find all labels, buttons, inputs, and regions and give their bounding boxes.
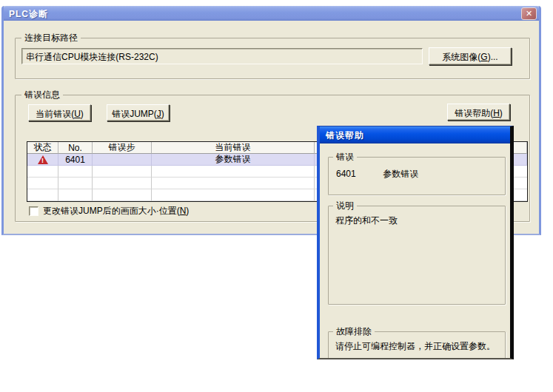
warning-exclamation: ! — [38, 156, 48, 166]
error-info-group-label: 错误信息 — [21, 89, 63, 101]
cell-status: ! — [27, 154, 58, 166]
system-image-button-label: 系统图像( — [442, 52, 480, 62]
cell-empty — [58, 178, 93, 189]
connection-path-field: 串行通信CPU模块连接(RS-232C) — [21, 48, 423, 64]
help-troubleshoot-group-label: 故障排除 — [333, 326, 375, 337]
cell-error-step — [93, 154, 152, 166]
error-jump-button[interactable]: 错误JUMP(J) — [107, 104, 170, 121]
help-error-code: 6401 — [336, 169, 381, 179]
error-jump-button-suffix: ) — [161, 109, 164, 119]
cell-empty — [152, 178, 315, 189]
header-status: 状态 — [27, 142, 58, 154]
error-help-button-key: H — [493, 108, 500, 118]
window-title: PLC诊断 — [4, 6, 48, 21]
error-help-window: 错误帮助 错误 6401 参数错误 说明 程序的和不一致 故障排除 请停止可编程… — [317, 126, 514, 359]
connection-path-group: 连接目标路径 串行通信CPU模块连接(RS-232C) 系统图像(G)... — [15, 38, 530, 79]
help-error-name: 参数错误 — [383, 169, 418, 179]
help-description-group: 说明 程序的和不一致 — [328, 206, 506, 305]
main-title-bar: PLC诊断 ✕ — [4, 6, 539, 21]
cell-empty — [93, 189, 152, 201]
close-icon: ✕ — [526, 9, 532, 18]
error-help-button-suffix: ) — [500, 108, 503, 118]
current-error-button-suffix: ) — [81, 109, 84, 119]
current-error-button-key: U — [74, 109, 81, 119]
connection-path-group-label: 连接目标路径 — [21, 33, 81, 44]
warning-triangle-icon: ! — [38, 155, 48, 164]
cell-empty — [58, 166, 93, 178]
current-error-button[interactable]: 当前错误(U) — [28, 104, 91, 121]
help-title-bar: 错误帮助 — [320, 126, 510, 143]
header-error-step: 错误步 — [93, 142, 152, 154]
checkbox-label-suffix: ) — [186, 206, 189, 216]
resize-after-jump-checkbox[interactable] — [29, 206, 38, 216]
error-help-button-label: 错误帮助( — [455, 108, 493, 118]
help-error-group-label: 错误 — [333, 152, 357, 163]
screen: { "main_window": { "title": "PLC诊断", "cl… — [0, 0, 553, 392]
connection-path-value: 串行通信CPU模块连接(RS-232C) — [26, 52, 158, 62]
cell-empty — [27, 166, 58, 178]
help-client-area: 错误 6401 参数错误 说明 程序的和不一致 故障排除 请停止可编程控制器，并… — [320, 143, 510, 358]
system-image-button-key: G — [480, 52, 487, 62]
system-image-button[interactable]: 系统图像(G)... — [429, 47, 512, 65]
header-current-error: 当前错误 — [152, 142, 315, 154]
help-window-title: 错误帮助 — [326, 130, 364, 141]
cell-no: 6401 — [58, 154, 93, 166]
checkbox-label-text: 更改错误JUMP后的画面大小·位置( — [43, 206, 180, 216]
cell-empty — [152, 189, 315, 201]
close-button[interactable]: ✕ — [521, 7, 537, 20]
error-jump-button-label: 错误JUMP( — [112, 109, 157, 119]
system-image-button-suffix: )... — [488, 52, 498, 62]
cell-current-error: 参数错误 — [152, 154, 315, 166]
cell-empty — [152, 166, 315, 178]
cell-empty — [27, 178, 58, 189]
cell-empty — [93, 166, 152, 178]
current-error-button-label: 当前错误( — [36, 109, 74, 119]
help-troubleshoot-group: 故障排除 请停止可编程控制器，并正确设置参数。 — [328, 331, 506, 359]
header-no: No. — [58, 142, 93, 154]
help-error-group: 错误 6401 参数错误 — [328, 157, 506, 195]
help-description-group-label: 说明 — [333, 200, 357, 212]
resize-after-jump-row: 更改错误JUMP后的画面大小·位置(N) — [29, 205, 189, 217]
error-help-button[interactable]: 错误帮助(H) — [447, 104, 510, 121]
cell-empty — [58, 189, 93, 201]
resize-after-jump-label: 更改错误JUMP后的画面大小·位置(N) — [43, 205, 189, 217]
cell-empty — [93, 178, 152, 189]
cell-empty — [27, 189, 58, 201]
